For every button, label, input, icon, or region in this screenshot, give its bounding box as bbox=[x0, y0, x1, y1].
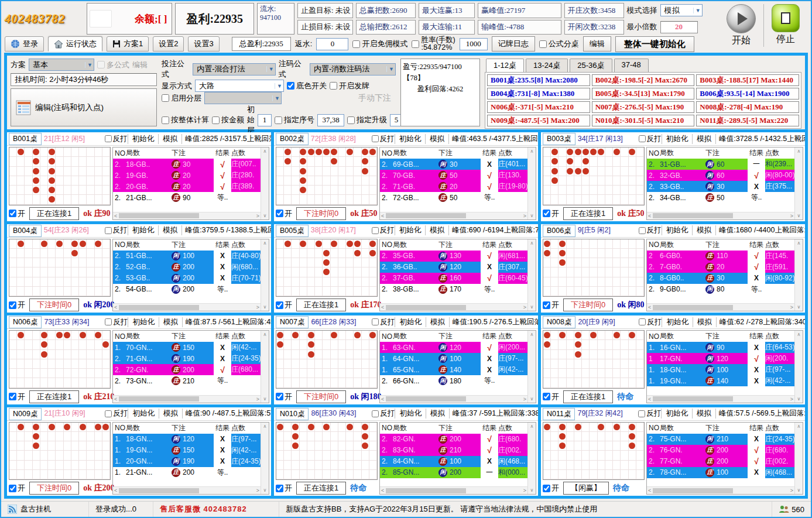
layer-enable-checkbox[interactable]: 启用分层 bbox=[162, 93, 201, 104]
scroll-right-icon[interactable]: > bbox=[790, 488, 793, 493]
vertical-scrollbar[interactable]: ∧ ∨ bbox=[527, 423, 536, 495]
scroll-down-icon[interactable]: ∨ bbox=[263, 488, 267, 493]
horizontal-scrollbar[interactable]: < > bbox=[113, 395, 261, 403]
simulate-button[interactable]: 模拟 bbox=[693, 317, 716, 327]
horizontal-scrollbar[interactable]: < > bbox=[113, 486, 261, 494]
connection-status-button[interactable]: 下注时间0 bbox=[563, 299, 613, 311]
scroll-up-icon[interactable]: ∧ bbox=[263, 241, 267, 246]
scroll-up-icon[interactable]: ∧ bbox=[797, 332, 801, 337]
init-table-button[interactable]: 初始化 bbox=[395, 134, 426, 144]
reverse-bet-checkbox[interactable]: 反打 bbox=[105, 134, 128, 144]
connection-status-button[interactable]: 【闲赢】 bbox=[563, 482, 609, 495]
init-table-button[interactable]: 初始化 bbox=[661, 409, 692, 418]
scroll-left-icon[interactable]: < bbox=[648, 396, 651, 402]
table-open-checkbox[interactable]: 开 bbox=[276, 392, 292, 402]
table-open-checkbox[interactable]: 开 bbox=[543, 300, 559, 310]
table-summary-cell[interactable]: N010桌:-301.5[-5] Max:210 bbox=[592, 115, 695, 126]
horizontal-scrollbar[interactable]: < > bbox=[647, 212, 794, 219]
simulate-button[interactable]: 模拟 bbox=[159, 409, 182, 418]
tab-tables-13-24[interactable]: 13-24桌 bbox=[526, 59, 568, 72]
scroll-right-icon[interactable]: > bbox=[256, 396, 259, 402]
scroll-left-icon[interactable]: < bbox=[114, 488, 117, 493]
scroll-right-icon[interactable]: > bbox=[523, 213, 526, 219]
reverse-bet-checkbox[interactable]: 反打 bbox=[639, 134, 662, 144]
mode-select[interactable]: 模拟▼ bbox=[660, 4, 703, 16]
table-open-checkbox[interactable]: 开 bbox=[276, 208, 292, 219]
scrollbar-thumb[interactable] bbox=[386, 305, 465, 310]
table-name-tab[interactable]: B006桌 bbox=[543, 225, 575, 237]
tab-login[interactable]: 登录 bbox=[5, 36, 44, 52]
scroll-down-icon[interactable]: ∨ bbox=[797, 488, 801, 493]
simulate-button[interactable]: 模拟 bbox=[692, 409, 715, 418]
init-all-button[interactable]: 整体一键初始化 bbox=[615, 36, 694, 52]
table-open-checkbox[interactable]: 开 bbox=[543, 208, 559, 219]
reverse-bet-checkbox[interactable]: 反打 bbox=[105, 317, 128, 327]
code-formula-select[interactable]: 内置-消数注码法▼ bbox=[310, 63, 396, 76]
table-name-tab[interactable]: B005桌 bbox=[276, 225, 309, 237]
scroll-up-icon[interactable]: ∧ bbox=[530, 241, 534, 246]
tab-settings3[interactable]: 设置3 bbox=[188, 36, 219, 52]
simulate-button[interactable]: 模拟 bbox=[425, 225, 448, 235]
scroll-right-icon[interactable]: > bbox=[256, 488, 259, 493]
connection-status-button[interactable]: 正在连接1 bbox=[29, 207, 79, 220]
table-name-tab[interactable]: N007桌 bbox=[276, 316, 309, 328]
init-table-button[interactable]: 初始化 bbox=[662, 134, 693, 144]
init-table-button[interactable]: 初始化 bbox=[128, 317, 159, 327]
horizontal-scrollbar[interactable]: < > bbox=[647, 303, 794, 311]
init-table-button[interactable]: 初始化 bbox=[128, 225, 159, 235]
table-name-tab[interactable]: N009桌 bbox=[9, 408, 42, 420]
card-log-button[interactable]: 记牌日志 bbox=[492, 36, 535, 52]
scrollbar-thumb[interactable] bbox=[386, 213, 465, 218]
reverse-bet-checkbox[interactable]: 反打 bbox=[639, 225, 662, 235]
upgrade-checkbox[interactable]: 指定升级 bbox=[347, 115, 387, 125]
scrollbar-thumb[interactable] bbox=[653, 396, 732, 402]
vertical-scrollbar[interactable]: ∧ ∨ bbox=[261, 239, 269, 311]
init-table-button[interactable]: 初始化 bbox=[395, 409, 426, 418]
table-open-checkbox[interactable]: 开 bbox=[9, 483, 25, 493]
bg-color-checkbox[interactable]: 底色开关 bbox=[287, 81, 327, 91]
scroll-up-icon[interactable]: ∧ bbox=[797, 241, 801, 246]
scroll-down-icon[interactable]: ∨ bbox=[263, 213, 267, 218]
reverse-bet-checkbox[interactable]: 反打 bbox=[105, 225, 128, 235]
amount-input[interactable] bbox=[460, 38, 488, 50]
scroll-down-icon[interactable]: ∨ bbox=[530, 213, 534, 218]
table-name-tab[interactable]: N010桌 bbox=[276, 408, 309, 420]
init-table-button[interactable]: 初始化 bbox=[662, 317, 693, 327]
vertical-scrollbar[interactable]: ∧ ∨ bbox=[794, 423, 803, 495]
vertical-scrollbar[interactable]: ∧ ∨ bbox=[794, 239, 803, 311]
table-summary-cell[interactable]: B003桌:-188.5[17] Max:1440 bbox=[696, 74, 799, 86]
display-mode-select[interactable]: 大路▼ bbox=[195, 80, 284, 92]
scroll-right-icon[interactable]: > bbox=[523, 304, 526, 310]
scroll-down-icon[interactable]: ∨ bbox=[797, 213, 801, 218]
tab-tables-37-48[interactable]: 37-48 bbox=[614, 59, 649, 72]
reverse-bet-checkbox[interactable]: 反打 bbox=[639, 317, 662, 327]
reverse-bet-checkbox[interactable]: 反打 bbox=[372, 409, 395, 418]
simulate-button[interactable]: 模拟 bbox=[692, 225, 715, 235]
scroll-up-icon[interactable]: ∧ bbox=[530, 332, 534, 337]
scrollbar-thumb[interactable] bbox=[119, 305, 198, 310]
table-open-checkbox[interactable]: 开 bbox=[9, 300, 25, 310]
tab-run-status[interactable]: 运行状态 bbox=[48, 36, 102, 52]
bet-formula-select[interactable]: 内置-混合打法▼ bbox=[193, 63, 276, 76]
edit-codes-button[interactable]: 编辑(注码和切入点) bbox=[11, 88, 157, 126]
scroll-right-icon[interactable]: > bbox=[790, 213, 793, 219]
connection-status-button[interactable]: 下注时间0 bbox=[296, 390, 346, 403]
scroll-down-icon[interactable]: ∨ bbox=[530, 488, 534, 493]
tab-plan1[interactable]: 方案1 bbox=[107, 36, 149, 52]
table-open-checkbox[interactable]: 开 bbox=[276, 483, 292, 493]
table-summary-cell[interactable]: N006桌:-371[-5] Max:210 bbox=[487, 101, 590, 113]
tab-tables-1-12[interactable]: 1-12桌 bbox=[486, 59, 524, 72]
scroll-left-icon[interactable]: < bbox=[114, 304, 117, 310]
horizontal-scrollbar[interactable]: < > bbox=[380, 486, 527, 494]
scroll-right-icon[interactable]: > bbox=[523, 488, 526, 493]
vertical-scrollbar[interactable]: ∧ ∨ bbox=[527, 331, 536, 403]
scroll-left-icon[interactable]: < bbox=[648, 213, 651, 219]
scroll-up-icon[interactable]: ∧ bbox=[797, 149, 801, 154]
horizontal-scrollbar[interactable]: < > bbox=[113, 303, 261, 311]
simulate-button[interactable]: 模拟 bbox=[158, 134, 181, 144]
table-summary-cell[interactable]: N011桌:-289.5[-5] Max:220 bbox=[696, 115, 799, 126]
horizontal-scrollbar[interactable]: < > bbox=[380, 303, 527, 311]
connection-status-button[interactable]: 正在连接1 bbox=[296, 299, 346, 311]
scroll-left-icon[interactable]: < bbox=[381, 304, 384, 310]
vertical-scrollbar[interactable]: ∧ ∨ bbox=[261, 331, 269, 403]
